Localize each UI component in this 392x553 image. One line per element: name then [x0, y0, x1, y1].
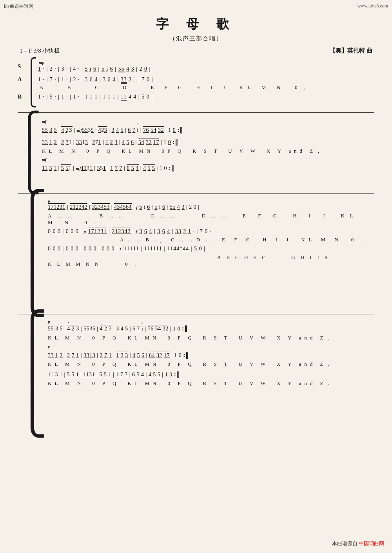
section3-content: p 171231 | 212342 | 323453 | 434564 | f … [48, 199, 374, 308]
a-notes-line1: 1 · | 7 · | 1 · | 2 · | 3 6 4 | 3 6 4 | … [38, 75, 374, 84]
s4-row3: 11 3 1 | 5 5 1 | 1131 | 5 5 1 | 1 7 7 | … [48, 369, 374, 387]
subtitle: （混声三部合唱） [12, 35, 380, 42]
b-notes-line1: 1 · | 5 · | 1 · | 1 · | 1 1 1 | 1 1 1 | … [38, 92, 374, 102]
s2-row3: mf 11 3 1 | 5 51 | mf1131 | 551 | 1 7 7 … [42, 155, 374, 174]
s4-row3-lyrics: KL M N 0 P Q KL MN 0 P Q R S T U V W X Y… [48, 380, 374, 387]
s2-row3-notes: 11 3 1 | 5 51 | mf1131 | 551 | 1 7 7 | 6… [42, 162, 374, 174]
footer: 本曲谱源自 中国词曲网 [332, 540, 384, 547]
section-1: S ⎧ mp 1 · | 2 · | 3 · | 4 · | 5 i 6 | 5… [18, 60, 374, 108]
s3-row1: 171231 | 212342 | 323453 | 434564 | f 5 … [48, 202, 374, 226]
key-signature: 1 = F 3/8 小快板 [20, 47, 60, 55]
s4-row2-notes: 33 1 2 | 2 7 1 | 3313 | 2 7 1 | 1 2 3 | … [48, 349, 374, 361]
voice-a-content: 1 · | 7 · | 1 · | 2 · | 3 6 4 | 3 6 4 | … [38, 75, 374, 91]
composer: 【奥】莫扎特 曲 [330, 47, 372, 55]
dynamic-mf-2: mf [42, 157, 46, 162]
voice-bracket-s: ⎧ [25, 60, 37, 73]
s4-row2-lyrics: KL M N 0 P Q KL MN 0 P Q R S T U V W X Y… [48, 361, 374, 368]
section-2: ⎧⎪⎩ mf 55 3 5 | 4 23̲ | mf5535 | 423 | 3… [18, 117, 374, 190]
s3-row3-notes: 0 0 0 | 0 0 0 | 0 0 0 | 0 0 0 | f111111 … [48, 244, 374, 254]
s2-row1: mf 55 3 5 | 4 23̲ | mf5535 | 423 | 3 4 5… [42, 117, 374, 136]
s4-row3-notes: 11 3 1 | 5 5 1 | 1131 | 5 5 1 | 1 7 7 | … [48, 369, 374, 380]
section2-bracket: ⎧⎪⎩ [18, 117, 42, 188]
divider-1 [18, 112, 374, 113]
s-notes-line1: 1 · | 2 · | 3 · | 4 · | 5 i 6 | 5 i 6 | … [38, 64, 374, 74]
s2-row2-notes: 33 1 2 | 2 71 | 3313 | 271 | 1 2 3 | 4 5… [42, 137, 374, 148]
s4-row1: 55 3 5 | 4ˇ 2 3 | 5535 | 4ˇ 2 3 | 3 4 5 … [48, 323, 374, 341]
s2-row2-lyrics: KL M N 0 P Q KL MN 0P Q R S T U V W X Y … [42, 148, 374, 155]
section-3: ⎧ ⎪ ⎪ ⎩ p 171231 | 212342 | 323453 | 434… [18, 199, 374, 310]
divider-3 [18, 314, 374, 314]
s3-row3-lyrics: ABCDEF GHIJK KLMMNN 0， [48, 254, 374, 268]
voice-bracket-a: ⎪ [25, 75, 37, 88]
section3-bracket: ⎧ ⎪ ⎪ ⎩ [18, 199, 48, 308]
voice-a-label: A [18, 75, 25, 83]
voice-s-label: S [18, 60, 25, 70]
key-left: 1 = F 3/8 小快板 [20, 47, 60, 55]
main-title: 字 母 歌 [12, 16, 380, 33]
title-section: 字 母 歌 （混声三部合唱） [12, 16, 380, 42]
dynamic-p-4-2: p [48, 344, 50, 349]
voice-b-content: 1 · | 5 · | 1 · | 1 · | 1 1 1 | 1 1 1 | … [38, 92, 374, 102]
s3-row2: 0 0 0 | 0 0 0 | p 171231 | 212342 | f 3 … [48, 226, 374, 243]
dynamic-mf-1: mf [42, 119, 46, 124]
voice-s-content: mp 1 · | 2 · | 3 · | 4 · | 5 i 6 | 5 i 6… [38, 60, 374, 74]
s3-row1-lyrics: A…… B…… C…… D…… E F G H I J KL M N 0， [48, 213, 374, 226]
s3-row1-notes: 171231 | 212342 | 323453 | 434564 | f 5 … [48, 202, 374, 213]
section4-content: p 55 3 5 | 4ˇ 2 3 | 5535 | 4ˇ 2 3 | 3 4 … [48, 319, 374, 429]
section2-content: mf 55 3 5 | 4 23̲ | mf5535 | 423 | 3 4 5… [42, 117, 374, 188]
s4-row1-lyrics: KL M N 0 P Q KL MN 0 P Q R S T U V W X Y… [48, 335, 374, 341]
voice-b-label: B [18, 92, 25, 100]
section-4: ⎧ ⎪ ⎪ ⎩ p 55 3 5 | 4ˇ 2 3 | 5535 | 4ˇ 2 … [18, 319, 374, 431]
s2-row1-notes: 55 3 5 | 4 23̲ | mf5535 | 423 | 3 4 5 | … [42, 124, 374, 136]
a-lyrics-line1: A B C D E F G H I J KL M N 0， [38, 84, 374, 91]
watermark-left: ktv曲谱曲谱网 [4, 3, 33, 10]
s4-row2: p 33 1 2 | 2 7 1 | 3313 | 2 7 1 | 1 2 3 … [48, 342, 374, 368]
key-info: 1 = F 3/8 小快板 【奥】莫扎特 曲 [20, 47, 372, 55]
s2-row2: 33 1 2 | 2 71 | 3313 | 271 | 1 2 3 | 4 5… [42, 137, 374, 155]
s3-row3: 0 0 0 | 0 0 0 | 0 0 0 | 0 0 0 | f111111 … [48, 244, 374, 267]
divider-2 [18, 193, 374, 194]
footer-source-text: 本曲谱源自 [332, 540, 358, 546]
s3-row2-notes: 0 0 0 | 0 0 0 | p 171231 | 212342 | f 3 … [48, 226, 374, 237]
score-main: S ⎧ mp 1 · | 2 · | 3 · | 4 · | 5 i 6 | 5… [12, 58, 380, 433]
watermark-right: www.ktvc8.com [357, 3, 388, 9]
voice-bracket-b: ⎩ [25, 92, 37, 105]
section4-bracket: ⎧ ⎪ ⎪ ⎩ [18, 319, 48, 429]
page-container: ktv曲谱曲谱网 www.ktvc8.com 字 母 歌 （混声三部合唱） 1 … [0, 0, 392, 553]
footer-site-text: 中国词曲网 [359, 540, 384, 546]
s3-row2-lyrics: A……B… C……D… E F G H I J KL M N 0， [48, 237, 374, 243]
s4-row1-notes: 55 3 5 | 4ˇ 2 3 | 5535 | 4ˇ 2 3 | 3 4 5 … [48, 323, 374, 334]
